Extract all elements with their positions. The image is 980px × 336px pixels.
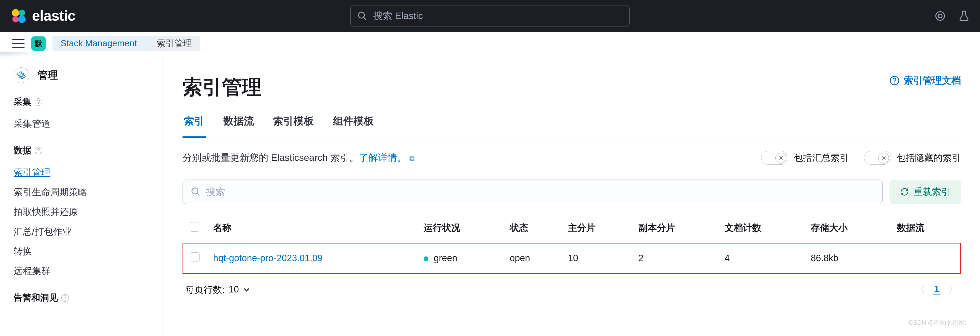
cell-replica: 2 (632, 243, 718, 273)
col-docs[interactable]: 文档计数 (718, 213, 804, 243)
cell-size: 86.8kb (804, 243, 890, 273)
row-checkbox[interactable] (190, 252, 200, 262)
svg-point-6 (936, 11, 945, 21)
switch-hidden: 包括隐藏的索引 (864, 151, 961, 165)
cell-stream (890, 243, 961, 273)
svg-point-2 (12, 16, 19, 22)
header-right (934, 10, 970, 22)
sidebar-item-index-management[interactable]: 索引管理 (14, 163, 150, 182)
help-circle-icon (889, 76, 900, 86)
tab-index-templates[interactable]: 索引模板 (272, 114, 315, 137)
help-icon[interactable]: ? (35, 147, 42, 154)
search-icon (358, 11, 367, 21)
next-page[interactable]: 〉 (948, 283, 958, 296)
sidebar-item-snapshot[interactable]: 拍取快照并还原 (14, 202, 150, 222)
docs-link[interactable]: 索引管理文档 (889, 74, 961, 87)
cell-primary: 10 (561, 243, 632, 273)
help-icon[interactable]: ? (35, 98, 42, 106)
lab-icon[interactable] (958, 10, 970, 22)
health-dot-icon (423, 257, 428, 261)
sidebar-item-remote-clusters[interactable]: 远程集群 (14, 261, 150, 281)
switch-toggle[interactable] (864, 151, 891, 165)
external-link-icon: ⧉ (409, 154, 415, 163)
col-size[interactable]: 存储大小 (804, 213, 890, 243)
svg-point-10 (894, 82, 895, 83)
logo-text: elastic (32, 8, 75, 24)
breadcrumb-stack-management[interactable]: Stack Management (52, 36, 145, 51)
sidebar-section-title: 告警和洞见? (14, 292, 150, 304)
switch-toggle[interactable] (761, 151, 788, 165)
page-title: 索引管理 (183, 74, 261, 101)
cell-docs: 4 (718, 243, 804, 273)
search-icon (191, 187, 200, 197)
search-placeholder: 搜索 Elastic (373, 10, 423, 22)
current-page[interactable]: 1 (933, 284, 940, 295)
sidebar-item-ilm[interactable]: 索引生命周期策略 (14, 182, 150, 202)
description: 分别或批量更新您的 Elasticsearch 索引。了解详情。⧉ (183, 151, 415, 164)
prev-page[interactable]: 〈 (915, 283, 925, 296)
sidebar-title: 管理 (37, 68, 58, 82)
breadcrumb-bar: 默 Stack Management 索引管理 (0, 32, 980, 55)
sidebar-section-title: 数据? (14, 144, 150, 157)
breadcrumb-index-management: 索引管理 (145, 36, 200, 51)
col-primary[interactable]: 主分片 (561, 213, 632, 243)
col-health[interactable]: 运行状况 (417, 213, 503, 243)
svg-point-4 (359, 12, 365, 18)
sidebar-item-transform[interactable]: 转换 (14, 241, 150, 261)
index-name-link[interactable]: hqt-gotone-pro-2023.01.09 (213, 253, 323, 263)
sidebar-item-rollup[interactable]: 汇总/打包作业 (14, 222, 150, 241)
col-stream[interactable]: 数据流 (890, 213, 961, 243)
table-row[interactable]: hqt-gotone-pro-2023.01.09 green open 10 … (183, 243, 961, 273)
elastic-logo-icon (10, 8, 27, 24)
svg-point-1 (19, 10, 25, 16)
logo[interactable]: elastic (10, 8, 75, 24)
svg-point-7 (938, 14, 942, 18)
svg-line-12 (197, 193, 199, 195)
svg-point-0 (12, 9, 19, 17)
switch-rollup: 包括汇总索引 (761, 151, 849, 165)
breadcrumb: Stack Management 索引管理 (52, 36, 200, 51)
rows-per-page[interactable]: 每页行数: 10 (185, 284, 250, 296)
chevron-down-icon (243, 286, 250, 293)
sidebar-header: 管理 (14, 67, 163, 83)
gear-icon (14, 67, 29, 83)
svg-point-3 (18, 15, 25, 23)
reload-button[interactable]: 重载索引 (889, 179, 961, 204)
refresh-icon (900, 187, 909, 196)
global-search[interactable]: 搜索 Elastic (350, 5, 630, 27)
main-content: 索引管理 索引管理文档 索引 数据流 索引模板 组件模板 分别或批量更新您的 E… (164, 55, 980, 336)
cell-status: open (503, 243, 561, 273)
tabs: 索引 数据流 索引模板 组件模板 (183, 114, 961, 137)
sidebar: 管理 采集? 采集管道 数据? 索引管理 索引生命周期策略 拍取快照并还原 汇总… (0, 55, 164, 336)
help-icon[interactable]: ? (61, 294, 69, 302)
sidebar-section-ingest: 采集? 采集管道 (14, 96, 163, 134)
sidebar-item-ingest-pipelines[interactable]: 采集管道 (14, 114, 150, 134)
index-search-input[interactable]: 搜索 (183, 179, 883, 204)
newsfeed-icon[interactable] (934, 10, 946, 22)
sidebar-section-alerts: 告警和洞见? (14, 292, 163, 304)
tab-data-streams[interactable]: 数据流 (222, 114, 255, 137)
tab-indices[interactable]: 索引 (183, 114, 206, 138)
watermark: CSDN @不知名运维: (909, 319, 966, 327)
cell-health: green (417, 243, 503, 273)
sidebar-section-title: 采集? (14, 96, 150, 108)
col-name[interactable]: 名称 (206, 213, 417, 243)
select-all-checkbox[interactable] (190, 222, 199, 231)
pagination: 每页行数: 10 〈 1 〉 (183, 274, 961, 296)
space-badge[interactable]: 默 (31, 36, 46, 51)
learn-more-link[interactable]: 了解详情。 (359, 152, 407, 163)
tab-component-templates[interactable]: 组件模板 (332, 114, 375, 137)
svg-point-11 (192, 188, 198, 194)
menu-toggle-icon[interactable] (12, 39, 24, 48)
indices-table: 名称 运行状况 状态 主分片 副本分片 文档计数 存储大小 数据流 hqt-go… (183, 213, 961, 274)
top-header: elastic 搜索 Elastic (0, 0, 980, 32)
svg-line-5 (364, 17, 366, 19)
sidebar-section-data: 数据? 索引管理 索引生命周期策略 拍取快照并还原 汇总/打包作业 转换 远程集… (14, 144, 163, 281)
col-replica[interactable]: 副本分片 (632, 213, 718, 243)
col-status[interactable]: 状态 (503, 213, 561, 243)
